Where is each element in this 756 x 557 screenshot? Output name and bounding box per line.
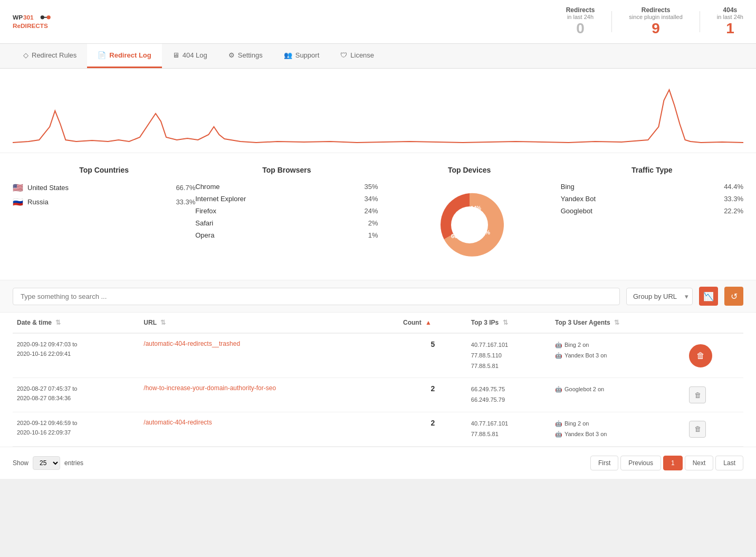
cell-agents-0: 🤖Bing 2 on🤖Yandex Bot 3 on [551, 333, 685, 378]
tab-settings-label: Settings [238, 51, 263, 59]
table-body: 2020-09-12 09:47:03 to2020-10-16 22:09:4… [13, 333, 743, 446]
us-flag-icon: 🇺🇸 [13, 183, 23, 193]
tab-license[interactable]: 🛡 License [330, 44, 385, 68]
svg-text:ReDIRECTS: ReDIRECTS [13, 22, 48, 30]
browser-ie: Internet Explorer 34% [195, 195, 378, 203]
tab-404-log-label: 404 Log [183, 51, 207, 59]
cell-datetime-0: 2020-09-12 09:47:03 to2020-10-16 22:09:4… [13, 333, 139, 378]
traffic-bing: Bing 44.4% [561, 183, 743, 191]
svg-text:60%: 60% [451, 233, 463, 239]
cell-count-1: 2 [399, 378, 467, 412]
cell-datetime-2: 2020-09-12 09:46:59 to2020-10-16 22:09:3… [13, 412, 139, 446]
last-page-button[interactable]: Last [715, 456, 743, 470]
cell-agents-2: 🤖Bing 2 on🤖Yandex Bot 3 on [551, 412, 685, 446]
cell-url-1[interactable]: /how-to-increase-your-domain-authority-f… [139, 378, 399, 412]
country-item-ru: 🇷🇺 Russia 33.3% [13, 197, 195, 207]
col-count[interactable]: Count ▲ [399, 313, 467, 333]
cell-url-2[interactable]: /automatic-404-redirects [139, 412, 399, 446]
col-datetime[interactable]: Date & time ⇅ [13, 313, 139, 333]
nav-tabs: ◇ Redirect Rules 📄 Redirect Log 🖥 404 Lo… [0, 44, 756, 69]
cell-count-2: 2 [399, 412, 467, 446]
svg-text:14%: 14% [471, 205, 481, 211]
table-row: 2020-09-12 09:46:59 to2020-10-16 22:09:3… [13, 412, 743, 446]
current-page-button[interactable]: 1 [663, 456, 683, 470]
delete-button-2[interactable]: 🗑 [689, 421, 706, 438]
traffic-pct-bing: 44.4% [724, 183, 743, 191]
delete-button-1[interactable]: 🗑 [689, 386, 706, 403]
previous-page-button[interactable]: Previous [620, 456, 661, 470]
traffic-list: Bing 44.4% Yandex Bot 33.3% Googlebot 22… [561, 183, 743, 215]
stat-redirects-24h-value: 0 [566, 20, 595, 37]
show-entries: Show 25 entries [13, 456, 83, 470]
col-top3ips[interactable]: Top 3 IPs ⇅ [467, 313, 551, 333]
top-browsers-col: Top Browsers Chrome 35% Internet Explore… [195, 166, 378, 267]
server-icon: 🖥 [173, 51, 179, 59]
stat-404s: 404s in last 24h 1 [717, 6, 743, 37]
sort-agents-icon: ⇅ [614, 319, 619, 326]
shield-icon: 🛡 [340, 51, 347, 59]
reset-button[interactable]: ↺ [724, 287, 743, 306]
cell-ips-1: 66.249.75.7566.249.75.79 [467, 378, 551, 412]
tab-redirect-log[interactable]: 📄 Redirect Log [87, 44, 161, 68]
sort-datetime-icon: ⇅ [55, 319, 61, 326]
browser-name-firefox: Firefox [195, 207, 216, 215]
tab-redirect-rules[interactable]: ◇ Redirect Rules [13, 44, 87, 68]
cell-ips-2: 40.77.167.10177.88.5.81 [467, 412, 551, 446]
stat-404s-title: 404s [717, 6, 743, 14]
browser-name-chrome: Chrome [195, 183, 219, 191]
browser-pct-opera: 1% [368, 231, 378, 239]
logo: WP 301 ReDIRECTS [13, 11, 65, 32]
refresh-icon: ↺ [731, 291, 738, 301]
browser-name-safari: Safari [195, 219, 213, 227]
delete-button-0[interactable]: 🗑 [689, 344, 712, 367]
search-input[interactable] [13, 288, 620, 305]
next-page-button[interactable]: Next [685, 456, 714, 470]
header-stats: Redirects in last 24h 0 Redirects since … [566, 6, 743, 37]
country-pct-us: 66.7% [176, 184, 195, 192]
toolbar: Group by URL 📉 ↺ [0, 280, 756, 313]
col-url[interactable]: URL ⇅ [139, 313, 399, 333]
browser-chrome: Chrome 35% [195, 183, 378, 191]
browser-firefox: Firefox 24% [195, 207, 378, 215]
traffic-google: Googlebot 22.2% [561, 207, 743, 215]
show-entries-select[interactable]: 25 [33, 456, 60, 470]
browser-name-ie: Internet Explorer [195, 195, 246, 203]
traffic-type-col: Traffic Type Bing 44.4% Yandex Bot 33.3%… [561, 166, 743, 267]
document-icon: 📄 [98, 51, 106, 59]
sort-ips-icon: ⇅ [503, 319, 508, 326]
stat-404s-value: 1 [717, 20, 743, 37]
browser-opera: Opera 1% [195, 231, 378, 239]
svg-point-4 [47, 15, 51, 19]
first-page-button[interactable]: First [590, 456, 618, 470]
browser-pct-firefox: 24% [364, 207, 378, 215]
table-row: 2020-09-12 09:47:03 to2020-10-16 22:09:4… [13, 333, 743, 378]
browser-pct-ie: 34% [364, 195, 378, 203]
tab-404-log[interactable]: 🖥 404 Log [162, 44, 218, 68]
svg-text:301: 301 [23, 14, 34, 21]
cell-url-0[interactable]: /automatic-404-redirects__trashed [139, 333, 399, 378]
tab-license-label: License [350, 51, 374, 59]
ru-flag-icon: 🇷🇺 [13, 197, 23, 207]
stat-redirects-24h: Redirects in last 24h 0 [566, 6, 595, 37]
stat-redirects-total-sub: since plugin installed [629, 14, 683, 20]
stat-divider-1 [611, 11, 612, 32]
table-row: 2020-08-27 07:45:37 to2020-08-27 08:34:3… [13, 378, 743, 412]
group-by-select[interactable]: Group by URL [626, 288, 693, 305]
browser-pct-safari: 2% [368, 219, 378, 227]
country-list: 🇺🇸 United States 66.7% 🇷🇺 Russia 33.3% [13, 183, 195, 207]
table-container: Date & time ⇅ URL ⇅ Count ▲ Top 3 IPs ⇅ … [0, 313, 756, 447]
chart-view-button[interactable]: 📉 [699, 287, 718, 306]
col-top3agents[interactable]: Top 3 User Agents ⇅ [551, 313, 685, 333]
chart-icon: 📉 [703, 291, 714, 301]
stat-404s-sub: in last 24h [717, 14, 743, 20]
cell-datetime-1: 2020-08-27 07:45:37 to2020-08-27 08:34:3… [13, 378, 139, 412]
stat-redirects-24h-title: Redirects [566, 6, 595, 14]
browser-list: Chrome 35% Internet Explorer 34% Firefox… [195, 183, 378, 239]
tab-redirect-log-label: Redirect Log [109, 51, 151, 59]
tab-support[interactable]: 👥 Support [273, 44, 330, 68]
gear-icon: ⚙ [228, 51, 235, 59]
top-countries-col: Top Countries 🇺🇸 United States 66.7% 🇷🇺 … [13, 166, 195, 267]
tab-settings[interactable]: ⚙ Settings [218, 44, 273, 68]
top-devices-col: Top Devices 60% 26% 14% [378, 166, 561, 267]
stat-redirects-24h-sub: in last 24h [566, 14, 595, 20]
